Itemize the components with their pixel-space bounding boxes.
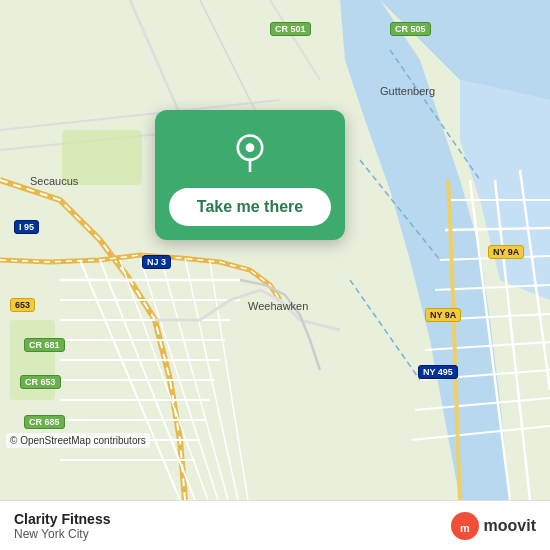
road-badge-ny495: NY 495 (418, 365, 458, 379)
road-badge-ny9a-1: NY 9A (425, 308, 461, 322)
bottom-bar-info: Clarity Fitness New York City (14, 511, 110, 541)
road-badge-cr505: CR 505 (390, 22, 431, 36)
take-me-there-button[interactable]: Take me there (169, 188, 331, 226)
map-background (0, 0, 550, 500)
moovit-text: moovit (484, 517, 536, 535)
road-badge-cr501: CR 501 (270, 22, 311, 36)
location-title: Clarity Fitness (14, 511, 110, 527)
svg-rect-38 (62, 130, 142, 185)
location-pin-icon (230, 132, 270, 172)
road-badge-cr653: CR 653 (20, 375, 61, 389)
road-badge-cr681: CR 681 (24, 338, 65, 352)
road-badge-cr685: CR 685 (24, 415, 65, 429)
road-badge-ny9a-2: NY 9A (488, 245, 524, 259)
svg-text:m: m (460, 522, 470, 534)
map-container: Secaucus Guttenberg Weehawken CR 501 CR … (0, 0, 550, 500)
popup-card: Take me there (155, 110, 345, 240)
road-badge-i95: I 95 (14, 220, 39, 234)
pin-icon-container (226, 128, 274, 176)
moovit-icon: m (450, 511, 480, 541)
moovit-logo: m moovit (450, 511, 536, 541)
bottom-bar: Clarity Fitness New York City m moovit (0, 500, 550, 550)
svg-point-42 (246, 143, 255, 152)
osm-attribution: © OpenStreetMap contributors (6, 433, 150, 448)
road-badge-nj3: NJ 3 (142, 255, 171, 269)
road-badge-653: 653 (10, 298, 35, 312)
location-subtitle: New York City (14, 527, 110, 541)
